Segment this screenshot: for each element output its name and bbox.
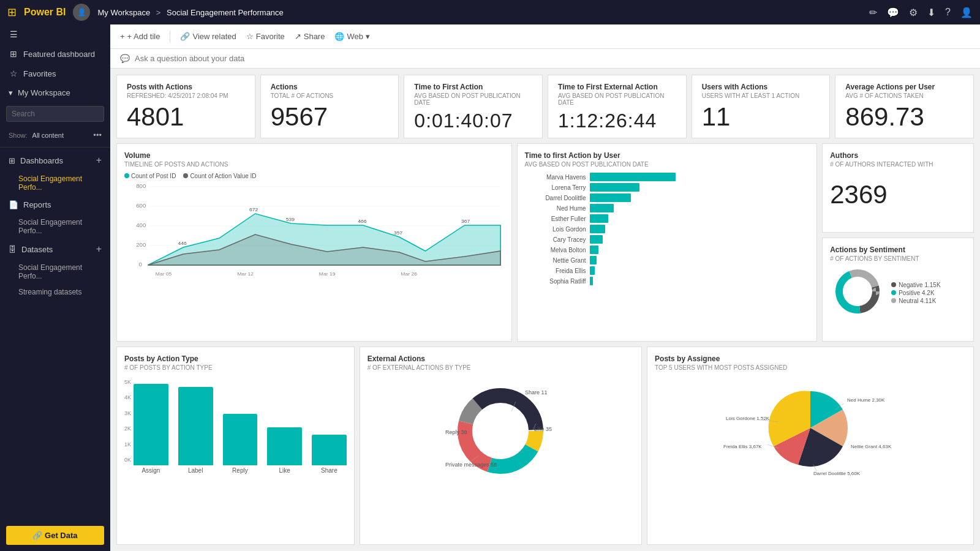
show-label: Show:: [9, 132, 28, 139]
bar-label: Sophia Ratliff: [525, 278, 586, 285]
grid-icon[interactable]: ⊞: [7, 6, 17, 19]
bar-h-row: Melva Bolton: [525, 246, 810, 254]
authors-title: Authors: [830, 151, 966, 160]
view-related-btn[interactable]: 🔗 View related: [180, 32, 236, 41]
question-icon: 💬: [120, 54, 130, 63]
posts-action-type-card: Posts by Action Type # OF POSTS BY ACTIO…: [116, 347, 355, 545]
kpi-title: Users with Actions: [702, 83, 820, 91]
kpi-title: Actions: [271, 83, 389, 91]
svg-text:200: 200: [136, 242, 146, 248]
search-input[interactable]: [6, 106, 104, 122]
bar-h-row: Cary Tracey: [525, 235, 810, 244]
svg-text:Like 35: Like 35: [534, 426, 552, 432]
bar-fill: [590, 225, 605, 233]
bar-fill: [590, 183, 639, 192]
svg-text:Nettie Grant 4,63K: Nettie Grant 4,63K: [851, 444, 892, 449]
share-btn[interactable]: ↗ Share: [295, 32, 325, 41]
svg-text:446: 446: [178, 241, 187, 246]
chart-title: Volume: [124, 151, 504, 160]
bar-label: Marva Havens: [525, 174, 586, 181]
chart-legend: Count of Post ID Count of Action Value I…: [124, 173, 504, 179]
kpi-title: Posts with Actions: [127, 83, 245, 91]
chevron-down-icon: ▾: [9, 88, 13, 97]
dashboard-section-icon: ⊞: [9, 156, 15, 165]
bar-fill: [590, 204, 614, 212]
svg-text:Mar 19: Mar 19: [319, 271, 336, 277]
workspace-label: My Workspace: [18, 88, 70, 97]
datasets-icon: 🗄: [9, 245, 17, 254]
bar-share: [312, 435, 347, 465]
sidebar-reports-header[interactable]: 📄 Reports: [0, 195, 110, 214]
chart-title: Time to first Action by User: [525, 151, 810, 160]
sidebar-item-menu[interactable]: ☰: [0, 24, 110, 44]
bar-label: Darrel Doolittle: [525, 195, 586, 201]
bar-label: Ned Hume: [525, 205, 586, 212]
web-icon: 🌐: [334, 32, 344, 41]
bar-fill: [590, 173, 676, 181]
topbar: ⊞ Power BI 👤 My Workspace > Social Engag…: [0, 0, 980, 24]
sidebar-item-featured[interactable]: ⊞ Featured dashboard: [0, 44, 110, 64]
bar-fill: [590, 266, 595, 275]
menu-icon: ☰: [9, 29, 18, 39]
kpi-row: Posts with Actions REFRESHED: 4/25/2017 …: [116, 75, 974, 138]
kpi-value: 4801: [127, 104, 245, 130]
reports-label: Reports: [23, 200, 51, 209]
svg-text:Reply 38: Reply 38: [445, 429, 467, 435]
dashboards-label: Dashboards: [20, 156, 63, 165]
sidebar-item-streaming[interactable]: Streaming datasets: [0, 284, 110, 300]
favorite-btn[interactable]: ☆ Favorite: [246, 32, 285, 41]
sidebar-item-social-dashboard[interactable]: Social Engagement Perfo...: [0, 171, 110, 195]
external-actions-donut: Share 11 Like 35 Reply 38 Private messag…: [439, 376, 562, 480]
settings-icon[interactable]: ⚙: [909, 7, 918, 18]
bar-h-row: Nettie Grant: [525, 256, 810, 264]
kpi-time-first-external: Time to First External Action AVG BASED …: [548, 75, 687, 138]
edit-icon[interactable]: ✏: [869, 7, 877, 18]
sidebar-item-workspace[interactable]: ▾ My Workspace: [0, 83, 110, 102]
sidebar-item-show[interactable]: Show: All content •••: [0, 126, 110, 144]
web-btn[interactable]: 🌐 Web ▾: [334, 32, 370, 41]
sidebar-item-social-dataset[interactable]: Social Engagement Perfo...: [0, 260, 110, 284]
chart-title: Posts by Assignee: [655, 354, 966, 363]
chart-subtitle: # OF POSTS BY ACTION TYPE: [124, 364, 347, 371]
star-icon: ☆: [9, 69, 18, 78]
bar-label: Esther Fuller: [525, 216, 586, 222]
add-dashboard-btn[interactable]: +: [96, 155, 102, 166]
sidebar-item-favorites[interactable]: ☆ Favorites: [0, 64, 110, 83]
svg-text:Freida Ellis 3,67K: Freida Ellis 3,67K: [723, 444, 762, 449]
bar-fill: [590, 235, 603, 244]
svg-text:Ned Hume 2,30K: Ned Hume 2,30K: [847, 397, 885, 403]
chat-icon[interactable]: 💬: [887, 7, 899, 18]
sidebar-item-social-report[interactable]: Social Engagement Perfo...: [0, 214, 110, 239]
sidebar-datasets-header[interactable]: 🗄 Datasets +: [0, 239, 110, 260]
kpi-subtitle: USERS WITH AT LEAST 1 ACTION: [702, 92, 820, 99]
authors-value: 2369: [830, 180, 966, 209]
kpi-subtitle: REFRESHED: 4/25/2017 2:08:04 PM: [127, 92, 245, 99]
user-avatar[interactable]: 👤: [73, 4, 90, 21]
add-tile-btn[interactable]: + + Add tile: [120, 32, 160, 41]
question-input[interactable]: [135, 54, 970, 63]
chart-title: External Actions: [368, 354, 634, 363]
kpi-time-first-action: Time to First Action AVG BASED ON POST P…: [404, 75, 543, 138]
get-data-button[interactable]: 🔗 Get Data: [6, 526, 104, 545]
bar-label: [178, 387, 213, 465]
breadcrumb: My Workspace > Social Engagement Perform…: [97, 8, 862, 17]
more-icon: •••: [93, 130, 102, 140]
svg-text:539: 539: [286, 217, 295, 222]
featured-label: Featured dashboard: [23, 50, 95, 59]
bar-h-row: Sophia Ratliff: [525, 277, 810, 285]
help-icon[interactable]: ?: [945, 7, 951, 18]
download-icon[interactable]: ⬇: [927, 7, 935, 18]
kpi-value: 11: [702, 104, 820, 130]
reports-icon: 📄: [9, 200, 18, 209]
kpi-subtitle: AVG BASED ON POST PUBLICATION DATE: [414, 92, 532, 106]
add-dataset-btn[interactable]: +: [96, 244, 102, 255]
sentiment-card: Actions by Sentiment # OF ACTIONS BY SEN…: [822, 238, 974, 342]
svg-text:367: 367: [461, 219, 470, 224]
sentiment-subtitle: # OF ACTIONS BY SENTIMENT: [830, 255, 966, 262]
svg-text:Darrel Doolittle 5,60K: Darrel Doolittle 5,60K: [813, 471, 861, 476]
kpi-posts-with-actions: Posts with Actions REFRESHED: 4/25/2017 …: [116, 75, 255, 138]
sentiment-title: Actions by Sentiment: [830, 246, 966, 254]
sidebar-dashboards-header[interactable]: ⊞ Dashboards +: [0, 150, 110, 171]
account-icon[interactable]: 👤: [960, 7, 973, 18]
kpi-title: Time to First External Action: [558, 83, 676, 91]
